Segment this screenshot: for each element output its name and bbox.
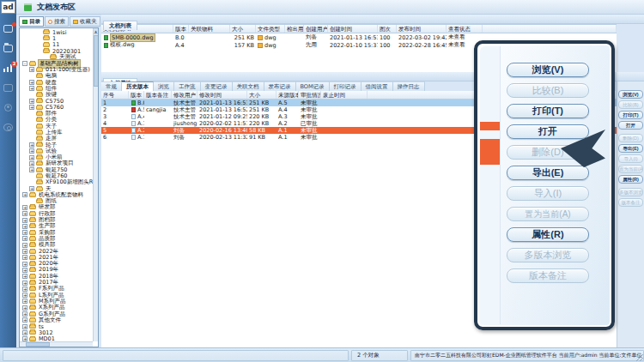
tree-expand-toggle[interactable] [29, 105, 34, 110]
tree-expand-toggle[interactable] [29, 155, 34, 160]
tree-expand-toggle[interactable] [29, 186, 34, 191]
tree-expand-toggle[interactable] [29, 67, 34, 72]
action-button[interactable]: 导入(I) [618, 154, 643, 163]
tree-expand-toggle[interactable] [22, 61, 27, 66]
action-button-magnified[interactable]: 导入(I) [507, 186, 589, 201]
action-button[interactable]: 导出(E) [618, 144, 643, 153]
tree-item[interactable]: 生产部 [20, 223, 93, 229]
tree-expand-toggle[interactable] [22, 230, 27, 235]
tree-expand-toggle[interactable] [22, 192, 27, 197]
action-button-magnified[interactable]: 浏览(V) [507, 63, 589, 77]
column-header[interactable]: 版本备注 [144, 91, 172, 99]
action-button[interactable]: 置为当前(A) [618, 165, 643, 173]
doc-list-tab[interactable]: 文档列表 [103, 21, 137, 30]
tree-expand-toggle[interactable] [22, 268, 27, 273]
tree-expand-toggle[interactable] [29, 167, 34, 172]
column-header[interactable]: 序号 [101, 91, 129, 99]
column-header[interactable]: 文件类型 [256, 25, 285, 33]
tree-expand-toggle[interactable] [22, 287, 27, 292]
column-header[interactable]: 修改时间 [197, 91, 247, 99]
tree-item[interactable]: XF9100新增图头R1.0 图框 [20, 179, 93, 185]
tree-expand-toggle[interactable] [29, 80, 34, 85]
column-header[interactable]: 检出用户 [285, 25, 304, 33]
tree-expand-toggle[interactable] [22, 281, 27, 286]
props-tab[interactable]: 常规 [101, 81, 122, 91]
tree-item[interactable]: 3012 [20, 329, 93, 335]
column-header[interactable]: 创建用户 [304, 25, 328, 33]
folder-icon[interactable] [3, 45, 14, 53]
props-tab[interactable]: 工作流 [174, 81, 201, 91]
action-button-magnified[interactable]: 置为当前(A) [507, 207, 589, 221]
action-button-magnified[interactable]: 属性(R) [507, 227, 589, 242]
tree-expand-toggle[interactable] [22, 224, 27, 229]
column-header[interactable]: 修改用户 [172, 91, 197, 99]
props-tab[interactable]: 浏览 [154, 81, 174, 91]
tree-expand-toggle[interactable] [22, 236, 27, 241]
tree-item[interactable]: 采购部 [20, 230, 93, 236]
app-logo[interactable]: ad [1, 1, 15, 14]
tree-expand-toggle[interactable] [22, 262, 27, 267]
tree-vertical-scrollbar[interactable]: ▲ [93, 28, 98, 341]
tree-expand-toggle[interactable] [29, 161, 34, 166]
tree-item[interactable]: 研发部 [20, 204, 93, 210]
column-header[interactable]: 来源版本 [276, 91, 299, 99]
action-button[interactable]: 删除(D) [618, 134, 643, 142]
props-tab[interactable]: 打印记录 [330, 81, 361, 91]
action-button[interactable]: 打开 [618, 121, 643, 130]
tree-horizontal-scrollbar[interactable] [20, 341, 93, 347]
props-tab[interactable]: 变更记录 [201, 81, 233, 91]
props-tab[interactable]: 操作日志 [393, 81, 425, 91]
tree-expand-toggle[interactable] [22, 293, 27, 298]
tree-expand-toggle[interactable] [22, 305, 27, 311]
gear-icon[interactable] [3, 124, 14, 132]
action-button[interactable]: 属性(R) [618, 175, 643, 184]
action-button[interactable]: 版本备注 [618, 198, 643, 207]
column-header[interactable]: 查看状态 [447, 25, 483, 33]
chart-icon[interactable]: 2 [3, 64, 14, 73]
column-header[interactable]: 关联物料 [189, 25, 230, 33]
tree-expand-toggle[interactable] [29, 99, 34, 104]
action-button-magnified[interactable]: 版本备注 [507, 268, 589, 283]
column-header[interactable]: 大小 [247, 91, 276, 99]
action-button-magnified[interactable]: 比较(B) [507, 83, 589, 98]
tree-item[interactable]: 品质部 [20, 236, 93, 242]
props-tab[interactable]: 关联文档 [233, 81, 264, 91]
tree-expand-toggle[interactable] [22, 218, 27, 223]
tree-expand-toggle[interactable] [22, 249, 27, 254]
tree-item[interactable]: ts [20, 323, 93, 329]
action-button-magnified[interactable]: 打开 [507, 124, 589, 139]
tree-expand-toggle[interactable] [22, 311, 27, 317]
column-header[interactable]: 版本 [129, 91, 144, 99]
props-tab[interactable]: BOM记录 [296, 81, 330, 91]
tree-item[interactable]: 图纸 [20, 198, 93, 204]
column-header[interactable]: 图次 [378, 25, 397, 33]
props-tab[interactable]: 历史版本 [122, 81, 154, 91]
tree-expand-toggle[interactable] [29, 142, 34, 148]
tree-expand-toggle[interactable] [22, 274, 27, 279]
tree-expand-toggle[interactable] [22, 255, 27, 260]
left-panel-tab[interactable]: 搜索 [45, 16, 69, 27]
tree-expand-toggle[interactable] [22, 243, 27, 248]
column-header[interactable]: 发布时间 [397, 25, 447, 33]
action-button[interactable]: 浏览(V) [618, 90, 643, 99]
action-button[interactable]: 比较(B) [618, 100, 643, 109]
tree-item[interactable]: 其他文件 [20, 317, 93, 323]
column-header[interactable]: 审批情况 [299, 91, 321, 99]
action-button[interactable]: 多版本浏览 [618, 188, 643, 196]
tree-expand-toggle[interactable] [22, 317, 27, 323]
tree-expand-toggle[interactable] [22, 324, 27, 329]
tree-item[interactable]: 行政部 [20, 211, 93, 217]
column-header[interactable]: 创建时间 [328, 25, 378, 33]
column-header[interactable]: 大小 [230, 25, 256, 33]
column-header[interactable]: 废止时间 [321, 91, 368, 99]
tree-expand-toggle[interactable] [22, 299, 27, 304]
action-button-magnified[interactable]: 打印(T) [507, 104, 589, 118]
props-tab[interactable]: 发布记录 [264, 81, 296, 91]
column-header[interactable]: 版本 [173, 25, 189, 33]
chat-icon[interactable] [3, 25, 14, 33]
tree-expand-toggle[interactable] [29, 86, 34, 91]
tree-item[interactable]: 20220301 [20, 48, 93, 54]
tree-expand-toggle[interactable] [22, 205, 27, 210]
tree-expand-toggle[interactable] [29, 148, 34, 154]
action-button-magnified[interactable]: 多版本浏览 [507, 248, 589, 262]
